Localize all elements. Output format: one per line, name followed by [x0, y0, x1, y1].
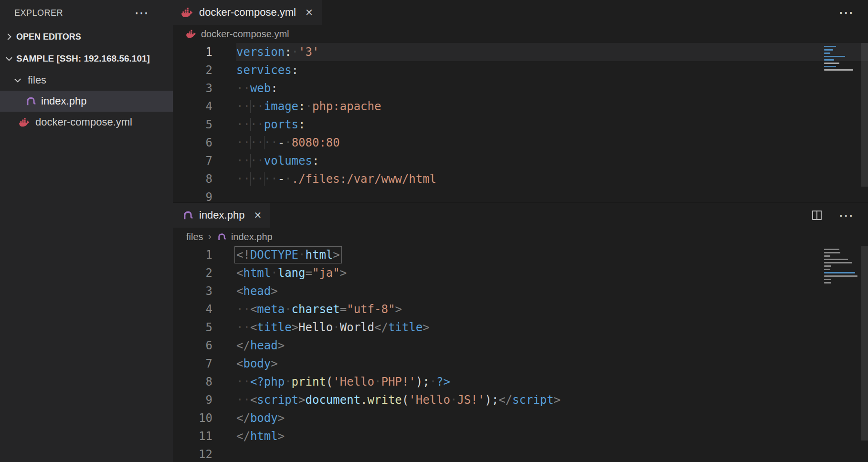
code-text — [236, 445, 868, 462]
line-number: 4 — [173, 300, 236, 318]
tree-item-label: docker-compose.yml — [35, 116, 132, 128]
tab-index-php[interactable]: index.php ✕ — [173, 203, 270, 228]
tab-docker-compose[interactable]: docker-compose.yml ✕ — [173, 0, 322, 25]
code-text: services: — [236, 61, 868, 79]
code-line[interactable]: 11</html> — [173, 427, 868, 445]
code-line[interactable]: 6</head> — [173, 336, 868, 355]
close-icon[interactable]: ✕ — [305, 7, 313, 18]
line-number: 5 — [173, 318, 236, 336]
tree-item-files[interactable]: files — [0, 70, 173, 91]
line-number: 6 — [173, 336, 236, 355]
scrollbar-thumb[interactable] — [861, 246, 868, 441]
code-line[interactable]: 3··web: — [173, 79, 868, 97]
more-actions-icon[interactable]: ⋯ — [838, 213, 854, 217]
line-number: 8 — [173, 170, 236, 188]
code-lines: 1version:·'3'2services:3··web:4····image… — [173, 43, 868, 202]
minimap[interactable] — [824, 249, 858, 289]
code-line[interactable]: 4··<meta·charset="utf-8"> — [173, 300, 868, 318]
code-text: </head> — [236, 336, 868, 355]
code-line[interactable]: 10</body> — [173, 409, 868, 427]
section-open-editors[interactable]: OPEN EDITORS — [0, 26, 173, 48]
editor-index-php[interactable]: 1<!DOCTYPE·html>2<html·lang="ja">3<head>… — [173, 246, 868, 462]
code-line[interactable]: 12 — [173, 445, 868, 462]
breadcrumb-item[interactable]: index.php — [216, 231, 273, 242]
editor-area: docker-compose.yml ✕ ⋯ docker-compose.ym… — [173, 0, 868, 462]
code-text: <body> — [236, 355, 868, 373]
explorer-sidebar: EXPLORER ⋯ OPEN EDITORS SAMPLE [SSH: 192… — [0, 0, 173, 462]
code-text: <!DOCTYPE·html> — [236, 246, 868, 264]
code-line[interactable]: 5····ports: — [173, 116, 868, 134]
breadcrumb-separator: › — [208, 231, 212, 243]
code-text: version:·'3' — [236, 43, 868, 61]
code-line[interactable]: 2<html·lang="ja"> — [173, 264, 868, 282]
code-line[interactable]: 6······-·8080:80 — [173, 134, 868, 152]
section-label: OPEN EDITORS — [16, 32, 81, 42]
code-line[interactable]: 1<!DOCTYPE·html> — [173, 246, 868, 264]
scrollbar[interactable] — [861, 43, 868, 202]
code-line[interactable]: 2services: — [173, 61, 868, 79]
more-actions-icon[interactable]: ⋯ — [135, 10, 149, 15]
code-line[interactable]: 1version:·'3' — [173, 43, 868, 61]
scrollbar-thumb[interactable] — [861, 43, 868, 187]
php-icon — [25, 95, 36, 107]
code-text: ····image:·php:apache — [236, 97, 868, 116]
minimap[interactable] — [824, 46, 858, 76]
line-number: 4 — [173, 97, 236, 116]
code-text: ··<meta·charset="utf-8"> — [236, 300, 868, 318]
close-icon[interactable]: ✕ — [254, 210, 262, 221]
code-text: ··<?php·print('Hello·PHP!');·?> — [236, 373, 868, 391]
code-text: <html·lang="ja"> — [236, 264, 868, 282]
line-number: 9 — [173, 391, 236, 409]
code-text: ······-·./files:/var/www/html — [236, 170, 868, 188]
code-text: ······-·8080:80 — [236, 134, 868, 152]
code-text: ····volumes: — [236, 152, 868, 170]
tree-item-docker-compose.yml[interactable]: docker-compose.yml — [0, 112, 173, 133]
more-actions-icon[interactable]: ⋯ — [838, 10, 854, 14]
breadcrumb: docker-compose.yml — [173, 25, 868, 43]
breadcrumb-item[interactable]: files — [186, 231, 203, 242]
tree-item-label: files — [28, 74, 46, 86]
breadcrumb-label: index.php — [231, 231, 273, 242]
editor-actions: ⋯ — [811, 203, 868, 228]
line-number: 7 — [173, 355, 236, 373]
code-line[interactable]: 3<head> — [173, 282, 868, 300]
tree-item-label: index.php — [41, 95, 86, 107]
code-text — [236, 188, 868, 202]
breadcrumb: files›index.php — [173, 228, 868, 246]
code-line[interactable]: 8······-·./files:/var/www/html — [173, 170, 868, 188]
code-text: ··<title>Hello·World</title> — [236, 318, 868, 336]
sidebar-header: EXPLORER ⋯ — [0, 0, 173, 26]
chevron-down-icon — [4, 53, 14, 64]
code-text: ··web: — [236, 79, 868, 97]
sidebar-title: EXPLORER — [14, 8, 63, 18]
code-line[interactable]: 9··<script>document.write('Hello·JS!');<… — [173, 391, 868, 409]
scrollbar[interactable] — [861, 246, 868, 462]
editor-docker-compose[interactable]: 1version:·'3'2services:3··web:4····image… — [173, 43, 868, 202]
line-number: 2 — [173, 61, 236, 79]
breadcrumb-label: files — [186, 231, 203, 242]
split-editor-icon[interactable] — [811, 209, 823, 221]
code-text: <head> — [236, 282, 868, 300]
editor-actions: ⋯ — [838, 0, 868, 25]
code-text: ····ports: — [236, 116, 868, 134]
code-line[interactable]: 8··<?php·print('Hello·PHP!');·?> — [173, 373, 868, 391]
line-number: 11 — [173, 427, 236, 445]
code-text: </html> — [236, 427, 868, 445]
line-number: 1 — [173, 246, 236, 264]
line-number: 6 — [173, 134, 236, 152]
chevron-down-icon — [12, 75, 23, 85]
code-line[interactable]: 4····image:·php:apache — [173, 97, 868, 116]
line-number: 3 — [173, 79, 236, 97]
section-workspace-root[interactable]: SAMPLE [SSH: 192.168.56.101] — [0, 48, 173, 70]
code-line[interactable]: 9 — [173, 188, 868, 202]
tab-label: index.php — [199, 209, 244, 221]
code-line[interactable]: 7····volumes: — [173, 152, 868, 170]
file-tree: filesindex.phpdocker-compose.yml — [0, 70, 173, 133]
line-number: 7 — [173, 152, 236, 170]
tree-item-index.php[interactable]: index.php — [0, 91, 173, 112]
breadcrumb-item[interactable]: docker-compose.yml — [186, 29, 289, 40]
docker-icon — [181, 7, 194, 18]
php-icon — [216, 232, 227, 242]
code-line[interactable]: 5··<title>Hello·World</title> — [173, 318, 868, 336]
code-line[interactable]: 7<body> — [173, 355, 868, 373]
